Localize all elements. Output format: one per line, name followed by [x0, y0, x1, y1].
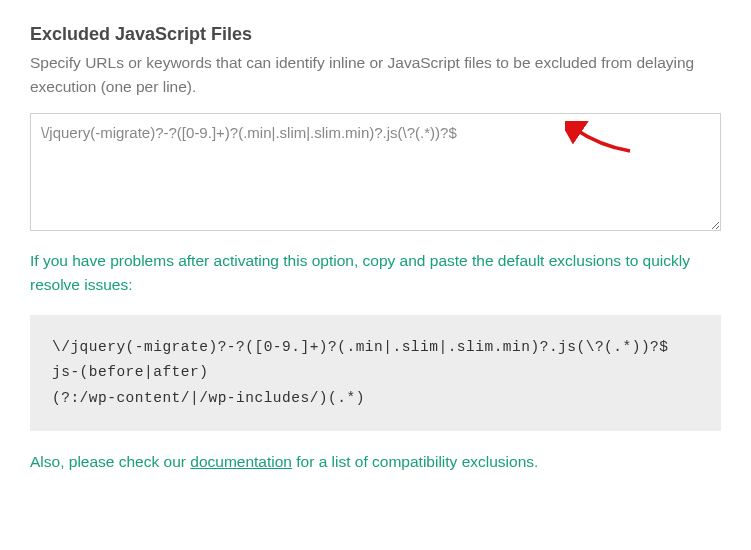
footer-note: Also, please check our documentation for…	[30, 453, 721, 471]
section-description: Specify URLs or keywords that can identi…	[30, 51, 721, 99]
footer-prefix: Also, please check our	[30, 453, 190, 470]
footer-suffix: for a list of compatibility exclusions.	[292, 453, 538, 470]
documentation-link[interactable]: documentation	[190, 453, 292, 470]
textarea-wrapper	[30, 113, 721, 235]
default-exclusions-code: \/jquery(-migrate)?-?([0-9.]+)?(.min|.sl…	[30, 315, 721, 431]
excluded-js-textarea[interactable]	[30, 113, 721, 231]
hint-text: If you have problems after activating th…	[30, 249, 721, 297]
section-title: Excluded JavaScript Files	[30, 24, 721, 45]
